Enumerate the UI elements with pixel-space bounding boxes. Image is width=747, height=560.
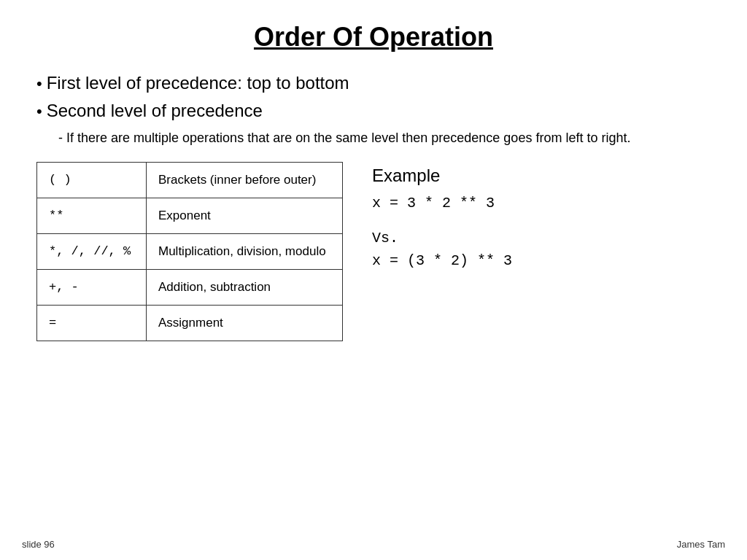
operator-cell: = [37, 306, 147, 341]
table-row: =Assignment [37, 306, 343, 341]
description-cell: Brackets (inner before outer) [147, 163, 343, 198]
operator-cell: *, /, //, % [37, 234, 147, 270]
description-cell: Addition, subtraction [147, 270, 343, 306]
operator-cell: +, - [37, 270, 147, 306]
example-title: Example [372, 166, 711, 186]
sub-bullet-text: If there are multiple operations that ar… [66, 131, 630, 145]
table-row: *, /, //, %Multiplication, division, mod… [37, 234, 343, 270]
bullet-2: • Second level of precedence [36, 101, 711, 121]
precedence-table: ( )Brackets (inner before outer)**Expone… [36, 162, 343, 341]
sub-dash: - [58, 131, 63, 145]
slide: Order Of Operation • First level of prec… [0, 0, 747, 560]
table-row: **Exponent [37, 198, 343, 234]
description-cell: Exponent [147, 198, 343, 234]
operator-cell: ** [37, 198, 147, 234]
example-area: Example x = 3 * 2 ** 3 Vs. x = (3 * 2) *… [372, 162, 711, 341]
bullet-1: • First level of precedence: top to bott… [36, 73, 711, 93]
vs-label: Vs. [372, 230, 711, 246]
example-line1: x = 3 * 2 ** 3 [372, 192, 711, 215]
bullet-1-text: First level of precedence: top to bottom [47, 73, 349, 93]
operator-cell: ( ) [37, 163, 147, 198]
slide-title: Order Of Operation [36, 22, 711, 52]
description-cell: Assignment [147, 306, 343, 341]
bullet-dot-1: • [36, 74, 42, 93]
example-line2: x = (3 * 2) ** 3 [372, 249, 711, 273]
slide-number: slide 96 [22, 539, 55, 550]
content-area: ( )Brackets (inner before outer)**Expone… [36, 162, 711, 341]
table-row: ( )Brackets (inner before outer) [37, 163, 343, 198]
bullet-dot-2: • [36, 102, 42, 121]
bullet-2-text: Second level of precedence [47, 101, 263, 121]
author-label: James Tam [677, 539, 725, 550]
sub-bullet: -If there are multiple operations that a… [58, 128, 711, 147]
table-row: +, -Addition, subtraction [37, 270, 343, 306]
description-cell: Multiplication, division, modulo [147, 234, 343, 270]
